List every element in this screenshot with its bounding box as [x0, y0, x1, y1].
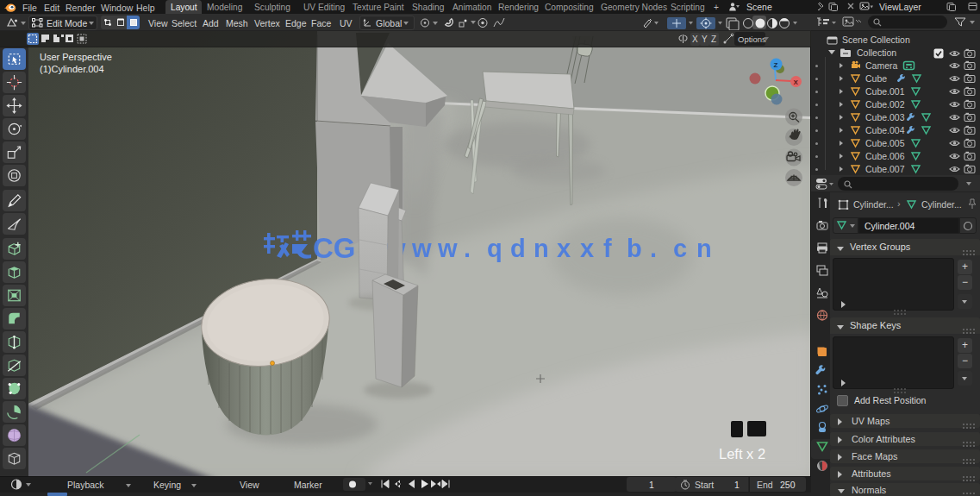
svg-text:.: .: [650, 235, 657, 262]
svg-text:d: d: [510, 235, 526, 262]
svg-text:w: w: [411, 235, 432, 262]
svg-text:f: f: [603, 235, 612, 262]
svg-text:c: c: [673, 235, 687, 262]
svg-text:n: n: [696, 235, 712, 262]
svg-text:.: .: [464, 235, 471, 262]
svg-text:Left x 2: Left x 2: [719, 446, 765, 461]
svg-text:User Perspective: User Perspective: [40, 52, 112, 62]
svg-text:b: b: [627, 235, 642, 262]
svg-text:(1)Cylinder.004: (1)Cylinder.004: [40, 64, 104, 74]
svg-text:x: x: [557, 235, 571, 262]
svg-text:CG: CG: [313, 232, 356, 264]
svg-text:q: q: [487, 235, 502, 262]
svg-text:X: X: [794, 78, 799, 86]
svg-text:n: n: [534, 235, 549, 262]
svg-text:w: w: [437, 235, 458, 262]
svg-text:x: x: [580, 235, 594, 262]
svg-text:Z: Z: [774, 61, 778, 69]
